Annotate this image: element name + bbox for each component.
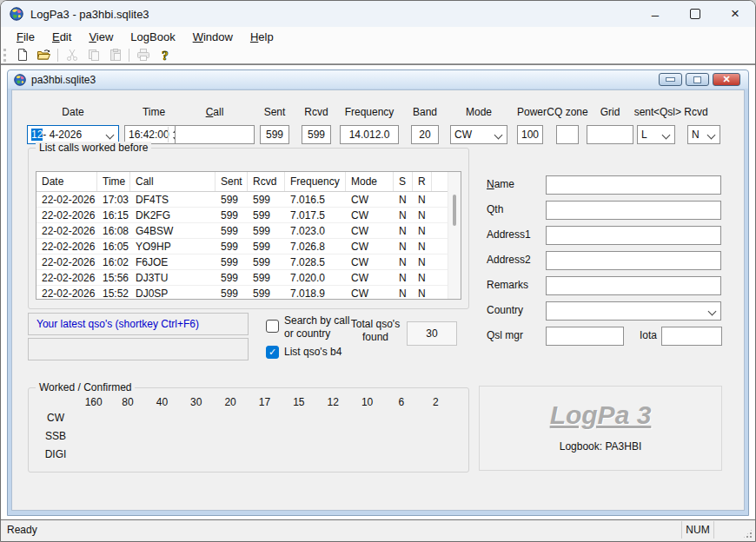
scrollbar-thumb[interactable]	[453, 195, 456, 226]
mode-value: CW	[454, 129, 472, 141]
iota-label: Iota	[631, 329, 666, 341]
toolbar: ?	[1, 46, 755, 64]
cq-zone-input[interactable]	[556, 125, 579, 144]
sent-input[interactable]	[260, 125, 289, 144]
table-row[interactable]: 22-02-202617:03DF4TS5995997.016.5CWNN	[36, 192, 461, 208]
worked-confirmed-group-label: Worked / Confirmed	[36, 381, 135, 393]
qsl-mgr-label: Qsl mgr	[487, 329, 523, 341]
column-header[interactable]: R	[413, 172, 432, 191]
child-close-button[interactable]: ✕	[713, 73, 740, 86]
time-value: 16:42:00	[129, 129, 169, 141]
band-input[interactable]	[411, 125, 439, 144]
maximize-button[interactable]	[675, 1, 715, 27]
chevron-down-icon	[106, 131, 115, 140]
iota-input[interactable]	[661, 327, 722, 346]
checkmark-icon: ✓	[269, 347, 276, 358]
cut-icon	[65, 48, 79, 62]
table-row[interactable]: 22-02-202616:08G4BSW5995997.023.0CWNN	[36, 223, 461, 239]
mode-select[interactable]: CW	[450, 125, 507, 144]
mode-label: Mode	[450, 106, 507, 118]
qth-input[interactable]	[546, 201, 721, 220]
column-header[interactable]: Time	[97, 172, 130, 191]
frequency-label: Frequency	[340, 106, 399, 118]
column-header[interactable]: Call	[130, 172, 216, 191]
mode-row-label: CW	[36, 412, 76, 424]
table-row[interactable]: 22-02-202615:52DJ0SP5995997.018.9CWNN	[36, 286, 461, 300]
mode-row-label: SSB	[36, 430, 76, 442]
main-titlebar[interactable]: LogPa3 - pa3hbi.sqlite3 – ×	[1, 1, 755, 27]
table-vertical-scrollbar[interactable]	[448, 172, 461, 299]
band-label: 20	[213, 396, 247, 408]
open-folder-icon	[36, 48, 51, 62]
minimize-button[interactable]: –	[635, 1, 675, 27]
toolbar-grip[interactable]	[3, 49, 6, 62]
address1-input[interactable]	[546, 226, 721, 245]
qsl-mgr-input[interactable]	[546, 327, 624, 346]
band-label: 12	[316, 396, 350, 408]
menu-view[interactable]: View	[80, 30, 122, 43]
date-label: Date	[27, 106, 119, 118]
mdi-client-area: pa3hbi.sqlite3 ✕ Date Time Call Sent Rcv…	[1, 64, 755, 520]
resize-grip[interactable]	[742, 528, 753, 539]
band-label: 15	[282, 396, 315, 408]
child-titlebar[interactable]: pa3hbi.sqlite3 ✕	[8, 70, 748, 89]
column-header[interactable]: Frequency	[285, 172, 346, 191]
child-close-icon: ✕	[722, 75, 730, 84]
child-minimize-button[interactable]	[659, 73, 682, 86]
band-label: 40	[145, 396, 179, 408]
chevron-down-icon	[708, 307, 717, 316]
open-file-button[interactable]	[33, 47, 55, 63]
menu-file[interactable]: File	[8, 30, 43, 43]
qsl-rcvd-select[interactable]: N	[687, 125, 720, 144]
child-restore-icon	[693, 76, 701, 83]
menu-help[interactable]: Help	[242, 30, 282, 43]
close-button[interactable]: ×	[715, 1, 755, 27]
toolbar-separator	[129, 49, 129, 62]
table-row[interactable]: 22-02-202615:56DJ3TU5995997.020.0CWNN	[36, 270, 461, 286]
band-label: 80	[110, 396, 144, 408]
power-input[interactable]	[517, 125, 543, 144]
grid-input[interactable]	[587, 125, 633, 144]
window-title: LogPa3 - pa3hbi.sqlite3	[30, 8, 149, 21]
table-row[interactable]: 22-02-202616:15DK2FG5995997.017.5CWNN	[36, 208, 461, 223]
band-header-row: 160 80 40 30 20 17 15 12 10 6 2	[76, 396, 453, 408]
rcvd-input[interactable]	[302, 125, 331, 144]
copy-icon	[87, 48, 101, 62]
qsl-sent-select[interactable]: L	[637, 125, 675, 144]
band-label: 30	[179, 396, 213, 408]
address2-input[interactable]	[546, 251, 721, 270]
search-by-call-checkbox[interactable]	[266, 320, 279, 333]
column-header[interactable]: Rcvd	[248, 172, 285, 191]
country-select[interactable]	[546, 301, 721, 321]
menu-edit[interactable]: Edit	[43, 30, 80, 43]
table-row[interactable]: 22-02-202616:05YO9HP5995997.026.8CWNN	[36, 239, 461, 254]
menu-window[interactable]: Window	[184, 30, 242, 43]
column-header[interactable]: Sent	[216, 172, 248, 191]
menu-logbook[interactable]: LogBook	[122, 30, 183, 43]
band-label: 2	[419, 396, 453, 408]
column-header[interactable]: S	[394, 172, 413, 191]
call-input[interactable]	[175, 125, 255, 144]
band-label: 17	[248, 396, 282, 408]
total-qsos-label: Total qso's found	[347, 318, 404, 344]
toolbar-separator	[57, 49, 58, 62]
chevron-down-icon	[494, 131, 503, 140]
maximize-icon	[690, 9, 700, 19]
svg-text:?: ?	[162, 49, 169, 63]
band-label: 10	[350, 396, 384, 408]
frequency-input[interactable]	[340, 125, 399, 144]
logo-box: LogPa 3 Logbook: PA3HBI	[479, 386, 722, 471]
table-row[interactable]: 22-02-202616:02F6JOE5995997.028.5CWNN	[36, 254, 461, 270]
name-input[interactable]	[546, 175, 721, 195]
child-restore-button[interactable]	[686, 73, 709, 86]
globe-app-icon	[10, 7, 23, 21]
worked-before-table: Date Time Call Sent Rcvd Frequency Mode …	[36, 171, 461, 300]
list-qsos-b4-checkbox[interactable]: ✓	[266, 346, 279, 359]
minimize-icon: –	[652, 7, 659, 22]
column-header[interactable]: Mode	[346, 172, 394, 191]
help-button[interactable]: ?	[154, 47, 176, 63]
remarks-input[interactable]	[546, 276, 721, 295]
band-label: 160	[76, 396, 110, 408]
new-file-button[interactable]	[11, 47, 33, 63]
column-header[interactable]: Date	[36, 172, 97, 191]
